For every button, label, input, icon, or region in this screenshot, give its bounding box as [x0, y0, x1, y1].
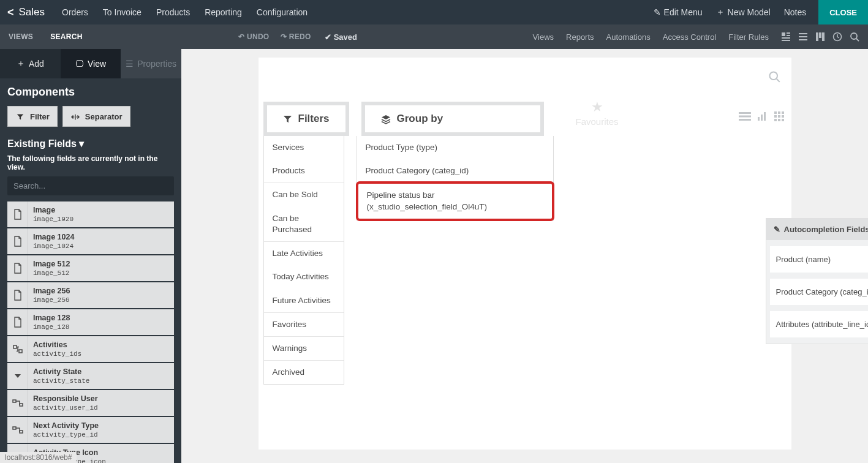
- autocomplete-item[interactable]: Product (name): [770, 246, 869, 273]
- svg-rect-4: [782, 40, 790, 41]
- existing-fields-subtitle: The following fields are currently not i…: [7, 154, 174, 171]
- menu-orders[interactable]: Orders: [62, 7, 88, 17]
- groupby-tab-button[interactable]: Group by: [361, 102, 544, 136]
- menu-to-invoice[interactable]: To Invoice: [103, 7, 142, 17]
- properties-tab[interactable]: ☰Properties: [121, 49, 181, 78]
- svg-rect-8: [816, 32, 818, 41]
- clock-icon[interactable]: [832, 32, 842, 42]
- field-item[interactable]: Image 512image_512: [7, 255, 174, 281]
- reports-link[interactable]: Reports: [566, 32, 594, 42]
- filter-item[interactable]: Late Activities: [264, 241, 344, 265]
- field-code: image_128: [33, 323, 70, 331]
- menu-configuration[interactable]: Configuration: [257, 7, 308, 17]
- field-item[interactable]: Image 128image_128: [7, 309, 174, 335]
- add-tab[interactable]: ＋Add: [0, 49, 61, 78]
- notes-button[interactable]: Notes: [784, 7, 807, 17]
- undo-button[interactable]: ↶UNDO: [238, 32, 270, 41]
- filter-rules-link[interactable]: Filter Rules: [728, 32, 769, 42]
- edit-menu-button[interactable]: ✎Edit Menu: [654, 7, 703, 17]
- search-icon[interactable]: [850, 32, 859, 42]
- chart-icon[interactable]: [757, 110, 768, 122]
- list-view-icon[interactable]: [798, 32, 808, 42]
- back-icon[interactable]: <: [7, 6, 14, 19]
- pencil-icon: ✎: [654, 7, 661, 17]
- kanban-view-icon[interactable]: [815, 32, 825, 42]
- groupby-column: Product Type (type)Product Category (cat…: [357, 136, 554, 220]
- form-view-icon[interactable]: [781, 32, 791, 42]
- studio-sidebar: ＋Add 🖵View ☰Properties Components Filter…: [0, 49, 181, 463]
- groupby-item[interactable]: Pipeline status bar (x_studio_selection_…: [356, 181, 554, 220]
- panel-search-icon[interactable]: [768, 69, 780, 83]
- filter-item[interactable]: Archived: [264, 360, 344, 384]
- filter-item[interactable]: Warnings: [264, 336, 344, 360]
- autocomplete-item[interactable]: Attributes (attribute_line_ids): [770, 311, 869, 337]
- studio-toolbar: VIEWS SEARCH ↶UNDO ↷REDO ✔Saved Views Re…: [0, 24, 868, 49]
- field-item[interactable]: Image 256image_256: [7, 282, 174, 308]
- search-panel: Filters Group by ★Favourites ServicesPro…: [259, 58, 791, 450]
- filters-tab-button[interactable]: Filters: [263, 102, 349, 136]
- file-icon: [7, 309, 28, 335]
- new-model-button[interactable]: ＋New Model: [716, 7, 771, 18]
- svg-rect-21: [739, 119, 751, 121]
- field-item[interactable]: Responsible Useractivity_user_id: [7, 390, 174, 416]
- menu-products[interactable]: Products: [156, 7, 190, 17]
- separator-component-button[interactable]: Separator: [62, 106, 130, 127]
- grid-icon[interactable]: [774, 110, 784, 122]
- groupby-item[interactable]: Product Type (type): [357, 136, 553, 159]
- field-item[interactable]: Activity Stateactivity_state: [7, 363, 174, 389]
- svg-rect-22: [758, 117, 760, 121]
- filter-item[interactable]: Today Activities: [264, 265, 344, 288]
- automations-link[interactable]: Automations: [606, 32, 651, 42]
- field-item[interactable]: Next Activity Typeactivity_type_id: [7, 417, 174, 443]
- filter-component-button[interactable]: Filter: [7, 106, 58, 127]
- autocomplete-item[interactable]: Product Category (categ_id): [770, 279, 869, 305]
- field-item[interactable]: Image 1024image_1024: [7, 228, 174, 254]
- list-icon[interactable]: [739, 110, 751, 122]
- field-list: Imageimage_1920Image 1024image_1024Image…: [7, 201, 174, 463]
- filter-item[interactable]: Products: [264, 159, 344, 183]
- app-title[interactable]: Sales: [19, 6, 45, 18]
- svg-rect-33: [782, 119, 784, 121]
- editor-canvas: Filters Group by ★Favourites ServicesPro…: [181, 49, 868, 463]
- field-label: Responsible User: [33, 394, 98, 404]
- existing-fields-toggle[interactable]: Existing Fields▾: [7, 138, 174, 149]
- funnel-icon: [15, 112, 25, 121]
- rel-icon: [7, 390, 28, 416]
- fields-search-input[interactable]: [7, 176, 174, 195]
- rel-icon: [7, 417, 28, 443]
- filter-item[interactable]: Can be Purchased: [264, 207, 344, 241]
- layers-icon: [381, 113, 391, 125]
- svg-rect-26: [778, 111, 780, 114]
- svg-rect-2: [787, 35, 790, 36]
- svg-rect-27: [782, 111, 784, 114]
- view-tab[interactable]: 🖵View: [61, 49, 121, 78]
- field-label: Image: [33, 205, 74, 215]
- access-control-link[interactable]: Access Control: [663, 32, 716, 42]
- field-code: image_1024: [33, 243, 74, 250]
- field-code: image_256: [33, 296, 70, 304]
- autocompletion-heading: ✎Autocompletion Fields: [766, 219, 869, 240]
- views-tab[interactable]: VIEWS: [0, 24, 42, 49]
- field-label: Activity State: [33, 367, 89, 377]
- search-tab[interactable]: SEARCH: [42, 24, 91, 49]
- svg-point-18: [769, 72, 777, 80]
- svg-rect-15: [13, 427, 16, 429]
- views-link[interactable]: Views: [533, 32, 554, 42]
- field-label: Image 128: [33, 313, 70, 323]
- field-item[interactable]: Activitiesactivity_ids: [7, 336, 174, 362]
- filter-item[interactable]: Future Activities: [264, 289, 344, 312]
- close-button[interactable]: CLOSE: [818, 0, 868, 24]
- file-icon: [7, 282, 28, 308]
- redo-button[interactable]: ↷REDO: [281, 32, 311, 41]
- filter-item[interactable]: Favorites: [264, 312, 344, 336]
- view-switcher: [739, 110, 784, 122]
- plus-icon: ＋: [716, 7, 725, 18]
- menu-reporting[interactable]: Reporting: [205, 7, 242, 17]
- funnel-icon: [283, 113, 292, 125]
- filter-item[interactable]: Services: [264, 136, 344, 159]
- field-item[interactable]: Imageimage_1920: [7, 201, 174, 227]
- monitor-icon: 🖵: [75, 59, 84, 69]
- groupby-item[interactable]: Product Category (categ_id): [357, 159, 553, 183]
- plus-icon: ＋: [17, 58, 25, 69]
- filter-item[interactable]: Can be Sold: [264, 183, 344, 206]
